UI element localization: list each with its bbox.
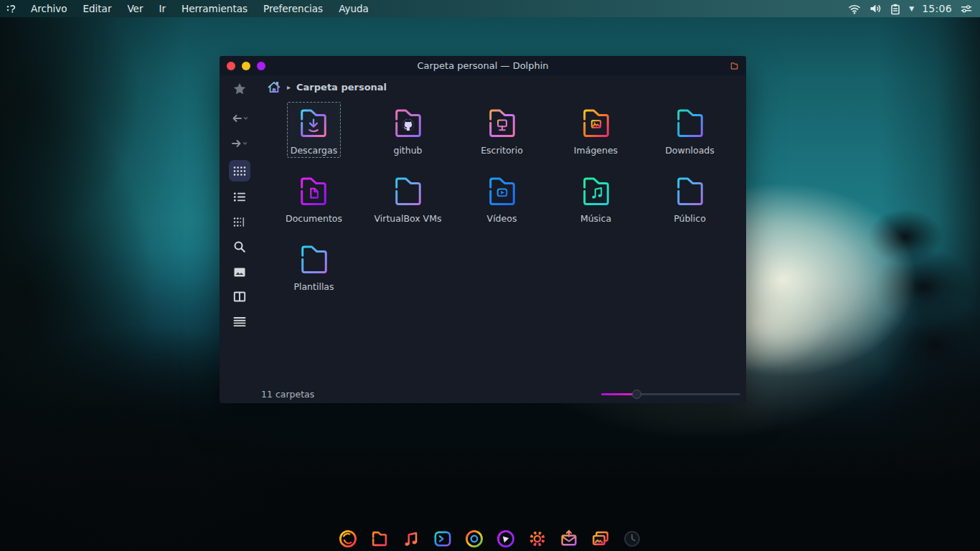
folder-icon xyxy=(670,103,710,143)
folder-publico[interactable]: Público xyxy=(643,170,737,238)
folder-label: Vídeos xyxy=(487,213,517,224)
forward-button[interactable] xyxy=(230,134,249,153)
system-tray: ▼ 15:06 xyxy=(848,3,980,15)
dock-file-manager-icon[interactable] xyxy=(369,528,390,550)
dock-chrome-browser-icon[interactable] xyxy=(463,528,485,550)
dock xyxy=(337,528,643,550)
dock-terminal-icon[interactable] xyxy=(432,528,453,550)
compact-view-button[interactable] xyxy=(230,212,249,231)
folder-escritorio[interactable]: Escritorio xyxy=(455,102,549,170)
folder-label: Documentos xyxy=(286,213,342,224)
volume-icon[interactable] xyxy=(869,3,882,14)
folder-label: Plantillas xyxy=(293,281,334,292)
tune-sliders-icon[interactable] xyxy=(960,3,973,14)
folder-label: Música xyxy=(580,213,611,224)
dock-music-player-icon[interactable] xyxy=(400,528,422,550)
distro-logo-icon[interactable] xyxy=(6,3,17,14)
minimize-button[interactable] xyxy=(242,62,250,70)
folder-downloads[interactable]: Downloads xyxy=(643,102,737,170)
clipboard-icon[interactable] xyxy=(890,3,901,15)
folder-label: Downloads xyxy=(665,145,715,156)
folder-icon xyxy=(388,171,428,212)
folder-imagenes[interactable]: Imágenes xyxy=(549,102,643,170)
folder-icon xyxy=(293,171,334,212)
menu-ir[interactable]: Ir xyxy=(151,1,174,17)
zoom-slider-handle[interactable] xyxy=(632,390,641,399)
menu-ver[interactable]: Ver xyxy=(119,1,151,17)
folder-label: Imágenes xyxy=(574,145,618,156)
traffic-lights xyxy=(227,56,265,75)
menu-preferencias[interactable]: Preferencias xyxy=(255,1,331,17)
favorites-star-icon[interactable] xyxy=(230,80,249,98)
menu-herramientas[interactable]: Herramientas xyxy=(174,1,255,17)
window-title: Carpeta personal — Dolphin xyxy=(220,60,746,71)
folder-icon xyxy=(388,103,428,143)
dock-firefox-browser-icon[interactable] xyxy=(337,528,359,550)
folder-label: Descargas xyxy=(291,145,337,156)
dolphin-window: Carpeta personal — Dolphin xyxy=(220,56,746,403)
statusbar: 11 carpetas xyxy=(260,385,746,403)
folder-icon xyxy=(670,171,710,212)
menubar-menus-group: ArchivoEditarVerIrHerramientasPreferenci… xyxy=(0,1,377,17)
folder-musica[interactable]: Música xyxy=(549,170,643,238)
menubar-menus: ArchivoEditarVerIrHerramientasPreferenci… xyxy=(23,1,377,17)
dock-settings-icon[interactable] xyxy=(527,528,548,550)
split-view-icon[interactable] xyxy=(230,287,249,306)
home-icon[interactable] xyxy=(267,80,281,94)
window-content: ▸ Carpeta personal Descargas github Escr… xyxy=(220,75,746,403)
tray-dropdown-caret-icon[interactable]: ▼ xyxy=(909,5,914,12)
folder-plantillas[interactable]: Plantillas xyxy=(267,238,361,306)
folder-label: Escritorio xyxy=(481,145,523,156)
zoom-slider[interactable] xyxy=(601,388,740,400)
folder-icon xyxy=(576,171,616,212)
icons-view-button[interactable] xyxy=(229,160,250,182)
breadcrumb-current[interactable]: Carpeta personal xyxy=(296,82,387,93)
zoom-slider-fill xyxy=(601,393,636,395)
folder-virtualbox-vms[interactable]: VirtualBox VMs xyxy=(361,170,455,238)
folder-label: Público xyxy=(674,213,706,224)
titlebar[interactable]: Carpeta personal — Dolphin xyxy=(220,56,746,75)
dock-media-player-icon[interactable] xyxy=(495,528,517,550)
folder-icon xyxy=(482,171,522,212)
close-button[interactable] xyxy=(227,62,235,70)
wifi-icon[interactable] xyxy=(848,3,861,14)
folder-github[interactable]: github xyxy=(361,102,455,170)
folder-icon xyxy=(294,240,334,280)
dock-mail-client-icon[interactable] xyxy=(558,528,580,550)
maximize-button[interactable] xyxy=(257,62,265,70)
folder-grid: Descargas github Escritorio Imágenes Dow… xyxy=(260,102,746,306)
breadcrumb-caret-icon: ▸ xyxy=(287,83,291,91)
menu-editar[interactable]: Editar xyxy=(75,1,119,17)
back-button[interactable] xyxy=(230,109,249,128)
folder-label: github xyxy=(393,145,422,156)
preview-image-icon[interactable] xyxy=(230,263,249,281)
details-view-button[interactable] xyxy=(230,187,249,206)
window-folder-icon xyxy=(729,60,740,74)
folder-descargas[interactable]: Descargas xyxy=(267,102,361,170)
tray-clock[interactable]: 15:06 xyxy=(922,3,952,14)
folder-label: VirtualBox VMs xyxy=(374,213,442,224)
menubar: ArchivoEditarVerIrHerramientasPreferenci… xyxy=(0,0,980,17)
search-icon[interactable] xyxy=(230,237,249,256)
status-text: 11 carpetas xyxy=(261,389,314,400)
folder-icon xyxy=(482,103,522,143)
menu-archivo[interactable]: Archivo xyxy=(23,1,75,17)
dock-image-viewer-icon[interactable] xyxy=(590,528,611,550)
hamburger-menu-icon[interactable] xyxy=(230,312,249,331)
folder-videos[interactable]: Vídeos xyxy=(455,170,549,238)
folder-view: ▸ Carpeta personal Descargas github Escr… xyxy=(260,75,746,403)
sidebar-toolbar xyxy=(220,75,260,403)
dock-clock-app-icon[interactable] xyxy=(621,528,643,550)
folder-icon xyxy=(576,103,616,143)
breadcrumb: ▸ Carpeta personal xyxy=(260,75,746,98)
folder-documentos[interactable]: Documentos xyxy=(267,170,361,238)
folder-icon xyxy=(293,103,334,143)
menu-ayuda[interactable]: Ayuda xyxy=(331,1,377,17)
